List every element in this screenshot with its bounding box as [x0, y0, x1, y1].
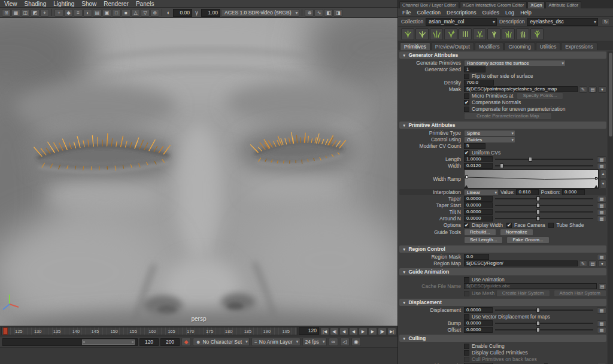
- go-to-end-button[interactable]: ▶|: [387, 327, 396, 335]
- image-plane-icon[interactable]: ⌖: [40, 9, 49, 17]
- browse-folder-icon[interactable]: ▤: [598, 283, 606, 290]
- panel-scrollbar[interactable]: [608, 51, 613, 364]
- ramp-expand-button[interactable]: ▲: [600, 169, 606, 179]
- cache-file-name-field[interactable]: $(DESC)/guides.abc: [464, 283, 597, 289]
- browse-folder-icon[interactable]: ▤: [588, 260, 597, 267]
- step-back-key-button[interactable]: ◀|: [330, 327, 339, 335]
- generator-seed-field[interactable]: 1: [464, 66, 485, 72]
- timeline-track[interactable]: 125 130 135 140 145 150 155 160 165 170 …: [1, 327, 298, 335]
- map-options-icon[interactable]: ▾: [598, 260, 606, 267]
- film-gate-icon[interactable]: ◐: [83, 9, 92, 17]
- length-field[interactable]: 1.0000: [464, 156, 493, 162]
- modifier-cv-count-field[interactable]: 5: [464, 143, 485, 149]
- section-header[interactable]: ▼ Culling: [399, 335, 606, 342]
- play-forwards-button[interactable]: ▶: [359, 327, 368, 335]
- grid-icon[interactable]: ≡: [74, 9, 83, 17]
- grab-brush-icon[interactable]: [530, 28, 544, 40]
- menu-log[interactable]: Log: [505, 10, 514, 16]
- offset-field[interactable]: 0.0000: [464, 327, 493, 333]
- tilt-n-slider[interactable]: [495, 209, 593, 215]
- map-button[interactable]: ▦: [597, 202, 606, 209]
- taper-slider[interactable]: [495, 196, 593, 202]
- tab-utilities[interactable]: Utilities: [536, 43, 560, 50]
- compensate-uneven-checkbox[interactable]: [464, 107, 469, 112]
- fps-select[interactable]: 24 fps: [302, 338, 327, 346]
- menu-help[interactable]: Help: [520, 10, 532, 16]
- uniform-cvs-checkbox[interactable]: [464, 150, 469, 156]
- grease-pencil-icon[interactable]: ◆: [64, 9, 73, 17]
- lock-camera-icon[interactable]: ▦: [11, 9, 20, 17]
- width-field[interactable]: 0.0120: [464, 163, 493, 169]
- frame-all-icon[interactable]: ▽: [141, 9, 150, 17]
- sculpt-layer-icon[interactable]: [430, 28, 443, 40]
- ramp-collapse-button[interactable]: ▼: [600, 180, 606, 189]
- taper-start-field[interactable]: 0.0000: [464, 202, 493, 208]
- section-header[interactable]: ▼ Guide Animation: [399, 268, 606, 275]
- paint-map-icon[interactable]: ✎: [579, 260, 587, 267]
- tab-xgen[interactable]: XGen: [527, 1, 545, 8]
- anim-layer-select[interactable]: ≡ No Anim Layer: [251, 338, 300, 346]
- tab-modifiers[interactable]: Modifiers: [475, 43, 503, 50]
- map-options-icon[interactable]: ▾: [598, 86, 606, 93]
- go-to-start-button[interactable]: |◀: [320, 327, 329, 335]
- mute-button[interactable]: ◁: [340, 338, 350, 346]
- tab-primitives[interactable]: Primitives: [400, 43, 430, 50]
- tab-attribute-editor[interactable]: Attribute Editor: [545, 1, 581, 8]
- normalize-button[interactable]: Normalize: [500, 229, 533, 236]
- exposure-field[interactable]: 0.00: [173, 9, 192, 17]
- playback-range-handle[interactable]: [82, 339, 134, 345]
- region-map-field[interactable]: $(DESC)/Region/: [464, 260, 578, 266]
- viewport-canvas[interactable]: persp: [0, 18, 397, 326]
- current-frame-field[interactable]: 120: [299, 327, 319, 335]
- around-n-field[interactable]: 0.0000: [464, 216, 493, 222]
- map-button[interactable]: ▦: [597, 320, 606, 327]
- generate-primitives-select[interactable]: Randomly across the surface: [464, 60, 566, 66]
- map-button[interactable]: ▦: [597, 216, 606, 222]
- create-description-icon[interactable]: [401, 28, 414, 40]
- section-header[interactable]: ▼ Region Control: [399, 245, 606, 253]
- tab-preview-output[interactable]: Preview/Output: [431, 43, 474, 50]
- enable-culling-checkbox[interactable]: [464, 344, 469, 349]
- use-mesh-checkbox[interactable]: [464, 291, 469, 296]
- ramp-point-selected[interactable]: [465, 175, 468, 178]
- compensate-normals-checkbox[interactable]: [464, 100, 469, 105]
- menu-show[interactable]: Show: [81, 1, 96, 7]
- add-guides-icon[interactable]: [444, 28, 457, 40]
- section-header[interactable]: ▼ Displacement: [399, 299, 606, 306]
- specify-points-button[interactable]: Specify Points...: [517, 92, 563, 99]
- section-header[interactable]: ▼ Generator Attributes: [399, 51, 606, 59]
- control-using-select[interactable]: Guides: [464, 136, 515, 143]
- color-space-select[interactable]: ACES 1.0 SDR-video (sRGB): [221, 9, 299, 17]
- menu-shading[interactable]: Shading: [25, 1, 47, 7]
- set-length-button[interactable]: Set Length...: [464, 236, 503, 244]
- safe-title-icon[interactable]: △: [131, 9, 140, 17]
- bump-field[interactable]: 0.0000: [464, 320, 493, 326]
- description-select[interactable]: eyelashes_dsc: [527, 18, 598, 26]
- vector-displacement-checkbox[interactable]: [464, 314, 469, 320]
- playback-start-field[interactable]: 120: [139, 338, 159, 346]
- rebuild-button[interactable]: Rebuild...: [464, 229, 496, 236]
- create-parameterization-map-button[interactable]: Create Parameterization Map: [464, 113, 552, 120]
- current-time-indicator[interactable]: [3, 327, 8, 335]
- playback-range-slider[interactable]: [2, 338, 138, 346]
- micro-primitives-checkbox[interactable]: [464, 93, 469, 99]
- ramp-position-marker[interactable]: [594, 185, 598, 188]
- auto-key-button[interactable]: ◆: [181, 338, 191, 346]
- shadows-icon[interactable]: ∿: [314, 9, 323, 17]
- ramp-position-field[interactable]: 0.000: [562, 189, 585, 195]
- frame-selection-icon[interactable]: ⊕: [150, 9, 159, 17]
- section-header[interactable]: ▼ Primitive Attributes: [399, 122, 606, 129]
- ramp-position-marker[interactable]: [465, 185, 468, 188]
- noise-brush-icon[interactable]: [516, 28, 529, 40]
- map-button[interactable]: ▦: [597, 209, 606, 216]
- around-n-slider[interactable]: [495, 216, 593, 222]
- face-camera-checkbox[interactable]: [506, 223, 512, 228]
- attach-hair-system-button[interactable]: Attach Hair System: [554, 290, 606, 297]
- length-slider[interactable]: [495, 156, 593, 162]
- menu-renderer[interactable]: Renderer: [104, 1, 129, 7]
- menu-lighting[interactable]: Lighting: [53, 1, 74, 7]
- 2d-pan-zoom-icon[interactable]: +: [54, 9, 63, 17]
- menu-guides[interactable]: Guides: [482, 10, 500, 16]
- scrollbar-thumb[interactable]: [609, 53, 612, 136]
- display-width-checkbox[interactable]: [464, 223, 469, 228]
